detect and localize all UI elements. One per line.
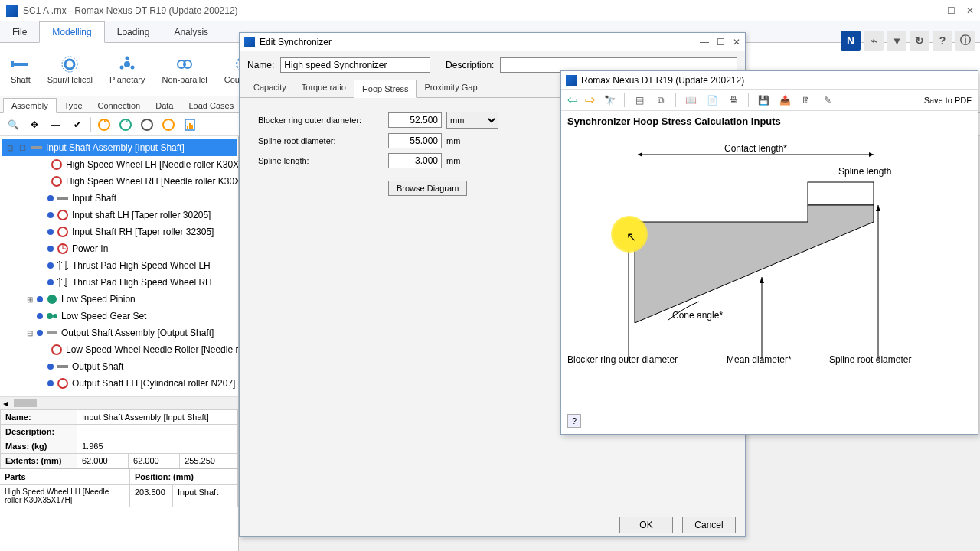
export-icon[interactable]: 📤: [778, 93, 792, 107]
svg-point-7: [131, 65, 135, 69]
blocker-diameter-unit-select[interactable]: mm: [446, 112, 498, 129]
tree-root[interactable]: ⊟ ☐ Input Shaft Assembly [Input Shaft]: [2, 139, 237, 156]
tab-loadcases[interactable]: Load Cases: [181, 99, 241, 112]
cancel-button[interactable]: Cancel: [682, 517, 736, 533]
pulse-icon[interactable]: ⌁: [864, 31, 884, 51]
tree-item[interactable]: Thrust Pad High Speed Wheel LH: [2, 257, 237, 274]
tree-item[interactable]: Thrust Pad High Speed Wheel RH: [2, 274, 237, 291]
svg-rect-22: [57, 197, 68, 200]
refresh-orange-icon[interactable]: [96, 116, 113, 133]
tab-capacity[interactable]: Capacity: [246, 79, 294, 97]
blocker-diameter-input[interactable]: [388, 112, 442, 128]
shaft-icon: [57, 360, 69, 373]
minimize-icon[interactable]: —: [927, 5, 936, 16]
assembly-tree[interactable]: ⊟ ☐ Input Shaft Assembly [Input Shaft] H…: [0, 136, 238, 396]
maximize-icon[interactable]: ☐: [717, 37, 725, 47]
menu-modelling[interactable]: Modelling: [39, 21, 104, 43]
close-icon[interactable]: ✕: [733, 37, 740, 47]
tab-type[interactable]: Type: [57, 99, 90, 112]
tab-connection[interactable]: Connection: [90, 99, 149, 112]
print-icon[interactable]: 🖶: [727, 93, 740, 107]
svg-rect-19: [31, 146, 42, 149]
bearing-icon: [57, 209, 69, 221]
dialog-titlebar[interactable]: Edit Synchronizer — ☐ ✕: [240, 33, 745, 51]
tree-item[interactable]: High Speed Wheel RH [Needle roller K30X3: [2, 173, 237, 190]
list-icon[interactable]: ▤: [632, 93, 646, 107]
forward-icon[interactable]: ⇨: [585, 93, 595, 107]
nonparallel-icon: [175, 55, 194, 73]
ok-button[interactable]: OK: [619, 517, 673, 533]
close-icon[interactable]: ✕: [966, 5, 974, 16]
move-icon[interactable]: ✥: [26, 116, 43, 133]
minimize-icon[interactable]: —: [700, 37, 709, 47]
binoculars-icon[interactable]: 🔭: [603, 93, 616, 107]
menu-loading[interactable]: Loading: [105, 22, 162, 42]
shaft-button[interactable]: Shaft: [6, 54, 35, 86]
tree-item[interactable]: Input Shaft: [2, 190, 237, 207]
tree-item[interactable]: Power In: [2, 240, 237, 257]
brand-icon[interactable]: N: [841, 31, 861, 51]
zoom-icon[interactable]: 🔍: [5, 116, 21, 133]
tree-item[interactable]: Input shaft LH [Taper roller 30205]: [2, 207, 237, 223]
planetary-button[interactable]: Planetary: [105, 54, 149, 86]
tab-assembly[interactable]: Assembly: [3, 98, 57, 113]
diagram-help-icon[interactable]: ?: [567, 414, 581, 428]
tree-item[interactable]: Input Shaft RH [Taper roller 32305]: [2, 223, 237, 240]
parts-row[interactable]: High Speed Wheel LH [Needle roller K30X3…: [0, 484, 238, 507]
gearset-icon: [46, 310, 58, 322]
svg-point-4: [124, 61, 130, 67]
synchronizer-name-input[interactable]: [280, 57, 430, 73]
browse-diagram-button[interactable]: Browse Diagram: [388, 181, 467, 196]
tree-item[interactable]: ⊞Low Speed Pinion: [2, 291, 237, 308]
tree-item[interactable]: ⊟Output Shaft Assembly [Output Shaft]: [2, 324, 237, 341]
refresh-green-icon[interactable]: [117, 116, 134, 133]
document-icon[interactable]: 🗎: [799, 93, 813, 107]
report-icon[interactable]: [181, 116, 198, 133]
chevron-down-icon[interactable]: ▾: [887, 31, 906, 51]
collapse-icon[interactable]: —: [47, 116, 64, 133]
tree-horizontal-scrollbar[interactable]: ◂: [0, 396, 238, 409]
collapse-icon[interactable]: ⊟: [24, 329, 35, 337]
check-icon[interactable]: ✔: [69, 116, 86, 133]
spline-root-input[interactable]: [388, 133, 442, 148]
info-icon[interactable]: ⓘ: [956, 31, 975, 51]
help-icon[interactable]: ?: [933, 31, 952, 51]
app-logo-icon: [566, 75, 577, 86]
hoop-stress-diagram: Contact length* Spline length Cone angle…: [561, 132, 978, 392]
svg-rect-16: [187, 126, 188, 129]
menu-analysis[interactable]: Analysis: [162, 22, 220, 42]
diagram-titlebar[interactable]: Romax Nexus DT R19 (Update 200212): [561, 71, 978, 90]
expand-icon[interactable]: ⊞: [24, 295, 35, 304]
save-to-pdf-button[interactable]: Save to PDF: [924, 96, 972, 105]
tree-item[interactable]: Output Shaft: [2, 358, 237, 375]
tab-hoop-stress[interactable]: Hoop Stress: [354, 80, 417, 98]
copy-icon[interactable]: ⧉: [654, 93, 668, 107]
tree-item[interactable]: High Speed Wheel LH [Needle roller K30X3: [2, 156, 237, 173]
spline-length-input[interactable]: [388, 153, 442, 168]
page-icon[interactable]: 📄: [705, 93, 719, 107]
tree-item[interactable]: Low Speed Gear Set: [2, 308, 237, 324]
back-icon[interactable]: ⇦: [567, 93, 577, 107]
unit-label: mm: [446, 136, 460, 145]
spur-helical-button[interactable]: Spur/Helical: [43, 54, 97, 86]
save-icon[interactable]: 💾: [756, 93, 770, 107]
tree-item[interactable]: Low Speed Wheel Needle Roller [Needle ro: [2, 341, 237, 358]
shaft-icon: [11, 55, 30, 73]
refresh-icon[interactable]: ↻: [910, 31, 929, 51]
refresh-orange2-icon[interactable]: [160, 116, 177, 133]
tab-proximity-gap[interactable]: Proximity Gap: [416, 79, 485, 97]
collapse-icon[interactable]: ⊟: [5, 144, 15, 152]
menu-file[interactable]: File: [0, 22, 39, 42]
tree-item[interactable]: Output Shaft LH [Cylindrical roller N207…: [2, 375, 237, 392]
maximize-icon[interactable]: ☐: [947, 5, 956, 16]
svg-point-13: [142, 119, 152, 130]
non-parallel-button[interactable]: Non-parallel: [157, 54, 211, 86]
tab-data[interactable]: Data: [148, 99, 181, 112]
prop-name-value: Input Shaft Assembly [Input Shaft]: [77, 410, 238, 425]
svg-text:Mean diameter*: Mean diameter*: [727, 354, 792, 365]
prop-extents-label: Extents: (mm): [1, 454, 77, 468]
tab-torque-ratio[interactable]: Torque ratio: [294, 79, 354, 97]
wand-icon[interactable]: ✎: [821, 93, 835, 107]
book-icon[interactable]: 📖: [684, 93, 697, 107]
refresh-blue-icon[interactable]: [139, 116, 155, 133]
